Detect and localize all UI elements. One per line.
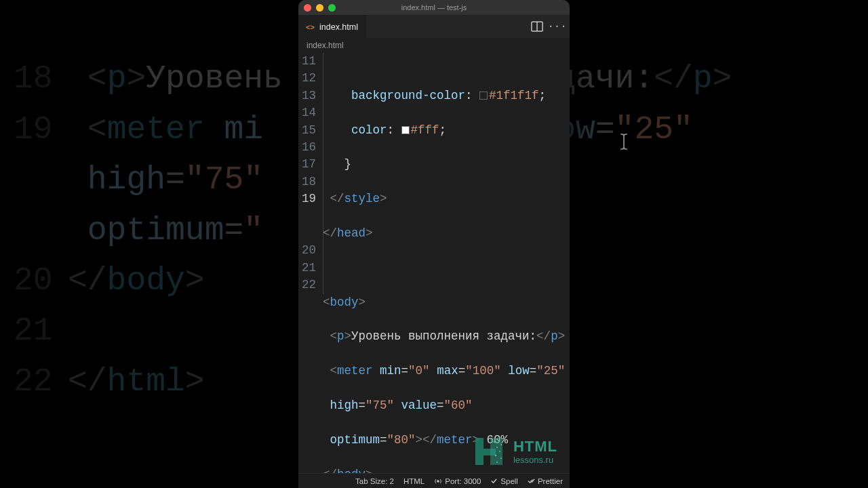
code-content[interactable]: background-color: #1f1f1f; color: #fff; … (323, 53, 570, 473)
svg-point-10 (499, 451, 500, 452)
editor-tabbar: <> index.html ··· (298, 15, 570, 38)
code-editor[interactable]: 11 12 13 14 15 16 17 18 19 20 21 22 back… (298, 53, 570, 473)
svg-point-6 (494, 441, 495, 443)
svg-point-11 (495, 455, 496, 456)
check-icon (490, 477, 498, 485)
statusbar: Tab Size: 2 HTML Port: 3000 Spell Pretti… (298, 473, 570, 488)
svg-point-14 (437, 480, 439, 482)
svg-point-12 (500, 458, 502, 459)
brand-logo: HTML lessons.ru (471, 434, 557, 469)
window-titlebar: index.html — test-js (298, 0, 570, 15)
double-check-icon (528, 477, 535, 485)
status-tabsize[interactable]: Tab Size: 2 (355, 477, 394, 485)
html-file-icon: <> (305, 22, 315, 32)
more-actions-icon[interactable]: ··· (551, 20, 564, 33)
logo-icon (471, 434, 507, 469)
breadcrumb[interactable]: index.html (298, 38, 570, 53)
svg-point-13 (496, 462, 498, 463)
status-prettier[interactable]: Prettier (528, 477, 563, 485)
svg-point-9 (496, 447, 498, 448)
svg-point-8 (500, 444, 502, 445)
text-cursor-icon (618, 132, 629, 151)
vscode-window: index.html — test-js <> index.html ··· i… (298, 0, 570, 488)
status-language[interactable]: HTML (403, 477, 425, 485)
status-port[interactable]: Port: 3000 (434, 477, 481, 485)
text-cursor-icon (513, 213, 519, 224)
status-spell[interactable]: Spell (490, 477, 518, 485)
broadcast-icon (434, 477, 442, 485)
window-title: index.html — test-js (298, 3, 570, 12)
svg-point-7 (498, 440, 499, 441)
tab-index-html[interactable]: <> index.html (298, 15, 367, 38)
tab-label: index.html (319, 22, 358, 32)
svg-rect-5 (490, 438, 502, 465)
split-editor-icon[interactable] (530, 20, 544, 33)
line-number-gutter: 11 12 13 14 15 16 17 18 19 20 21 22 (298, 53, 323, 473)
